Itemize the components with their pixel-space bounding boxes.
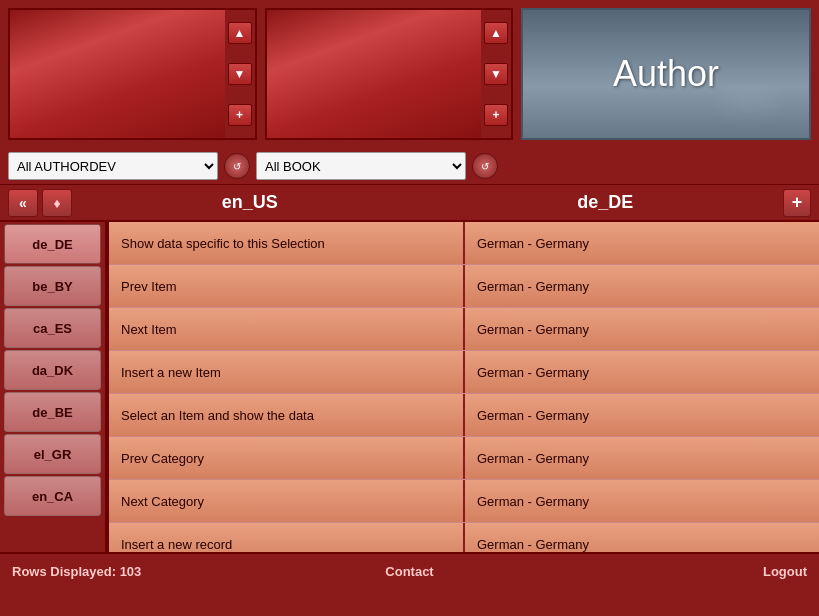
top-panel: ▲ ▼ + ▲ ▼ + Author bbox=[0, 0, 819, 148]
table-cell-value[interactable]: German - Germany bbox=[465, 523, 819, 552]
locale-right-label: de_DE bbox=[428, 192, 784, 213]
image2-down-button[interactable]: ▼ bbox=[484, 63, 508, 85]
table-cell-label[interactable]: Next Category bbox=[109, 480, 465, 522]
table-cell-label[interactable]: Insert a new record bbox=[109, 523, 465, 552]
table-cell-label[interactable]: Prev Item bbox=[109, 265, 465, 307]
image1-up-button[interactable]: ▲ bbox=[228, 22, 252, 44]
image-box-2: ▲ ▼ + bbox=[265, 8, 514, 140]
image1-down-button[interactable]: ▼ bbox=[228, 63, 252, 85]
image-box-1: ▲ ▼ + bbox=[8, 8, 257, 140]
table-cell-value[interactable]: German - Germany bbox=[465, 222, 819, 264]
table-row: Show data specific to this SelectionGerm… bbox=[109, 222, 819, 265]
table-cell-value[interactable]: German - Germany bbox=[465, 351, 819, 393]
rows-displayed: Rows Displayed: 103 bbox=[12, 564, 277, 579]
table-row: Next ItemGerman - Germany bbox=[109, 308, 819, 351]
table-cell-value[interactable]: German - Germany bbox=[465, 480, 819, 522]
locale-item-be_BY[interactable]: be_BY bbox=[4, 266, 101, 306]
locale-bar: « ♦ en_US de_DE + bbox=[0, 184, 819, 222]
table-row: Prev ItemGerman - Germany bbox=[109, 265, 819, 308]
locale-item-el_GR[interactable]: el_GR bbox=[4, 434, 101, 474]
locale-item-de_BE[interactable]: de_BE bbox=[4, 392, 101, 432]
logout-button[interactable]: Logout bbox=[542, 564, 807, 579]
book-dropdown[interactable]: All BOOK bbox=[256, 152, 466, 180]
table-cell-label[interactable]: Insert a new Item bbox=[109, 351, 465, 393]
table-cell-label[interactable]: Select an Item and show the data bbox=[109, 394, 465, 436]
locale-item-en_CA[interactable]: en_CA bbox=[4, 476, 101, 516]
data-table-container[interactable]: Show data specific to this SelectionGerm… bbox=[109, 222, 819, 552]
table-cell-value[interactable]: German - Germany bbox=[465, 394, 819, 436]
image-preview-2 bbox=[267, 10, 482, 138]
image1-add-button[interactable]: + bbox=[228, 104, 252, 126]
locale-sidebar: de_DEbe_BYca_ESda_DKde_BEel_GRen_CA bbox=[0, 222, 105, 552]
author-dropdown[interactable]: All AUTHORDEV bbox=[8, 152, 218, 180]
table-cell-label[interactable]: Next Item bbox=[109, 308, 465, 350]
locale-item-de_DE[interactable]: de_DE bbox=[4, 224, 101, 264]
dropdown-row: All AUTHORDEV ↺ All BOOK ↺ bbox=[0, 148, 819, 184]
footer: Rows Displayed: 103 Contact Logout bbox=[0, 552, 819, 588]
table-cell-label[interactable]: Show data specific to this Selection bbox=[109, 222, 465, 264]
table-row: Prev CategoryGerman - Germany bbox=[109, 437, 819, 480]
tag-button[interactable]: ♦ bbox=[42, 189, 72, 217]
author-title: Author bbox=[613, 53, 719, 95]
table-cell-value[interactable]: German - Germany bbox=[465, 308, 819, 350]
book-reset-button[interactable]: ↺ bbox=[472, 153, 498, 179]
author-reset-button[interactable]: ↺ bbox=[224, 153, 250, 179]
locale-left-label: en_US bbox=[72, 192, 428, 213]
table-cell-value[interactable]: German - Germany bbox=[465, 437, 819, 479]
content-area: de_DEbe_BYca_ESda_DKde_BEel_GRen_CA Show… bbox=[0, 222, 819, 552]
image2-up-button[interactable]: ▲ bbox=[484, 22, 508, 44]
image-preview-1 bbox=[10, 10, 225, 138]
author-box: Author bbox=[521, 8, 811, 140]
image-controls-2: ▲ ▼ + bbox=[481, 10, 511, 138]
table-row: Insert a new ItemGerman - Germany bbox=[109, 351, 819, 394]
table-cell-label[interactable]: Prev Category bbox=[109, 437, 465, 479]
table-row: Insert a new recordGerman - Germany bbox=[109, 523, 819, 552]
locale-item-da_DK[interactable]: da_DK bbox=[4, 350, 101, 390]
table-cell-value[interactable]: German - Germany bbox=[465, 265, 819, 307]
image2-add-button[interactable]: + bbox=[484, 104, 508, 126]
contact-link[interactable]: Contact bbox=[277, 564, 542, 579]
table-row: Next CategoryGerman - Germany bbox=[109, 480, 819, 523]
nav-back-button[interactable]: « bbox=[8, 189, 38, 217]
locale-item-ca_ES[interactable]: ca_ES bbox=[4, 308, 101, 348]
image-controls-1: ▲ ▼ + bbox=[225, 10, 255, 138]
table-row: Select an Item and show the dataGerman -… bbox=[109, 394, 819, 437]
add-locale-button[interactable]: + bbox=[783, 189, 811, 217]
